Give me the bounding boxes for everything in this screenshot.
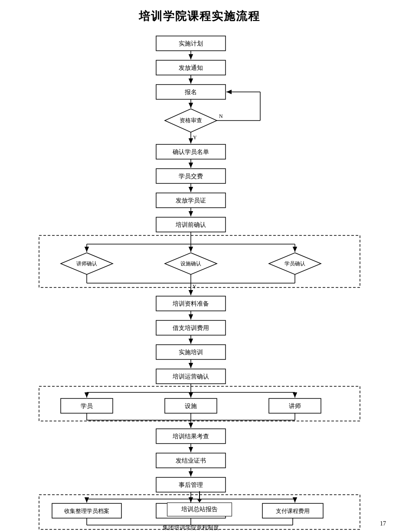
svg-text:培训资料准备: 培训资料准备 <box>172 300 209 307</box>
svg-text:培训结果考查: 培训结果考查 <box>172 433 209 440</box>
svg-text:借支培训费用: 借支培训费用 <box>173 325 209 331</box>
svg-text:Y: Y <box>193 134 197 140</box>
page-number: 17 <box>380 520 386 527</box>
svg-text:实施培训: 实施培训 <box>179 349 203 356</box>
svg-text:Y: Y <box>193 284 196 290</box>
svg-text:资格审查: 资格审查 <box>180 117 202 124</box>
svg-text:培训前确认: 培训前确认 <box>175 222 206 228</box>
svg-text:设施确认: 设施确认 <box>180 261 201 267</box>
svg-text:设施: 设施 <box>185 403 197 409</box>
svg-text:实施计划: 实施计划 <box>179 40 203 47</box>
svg-text:事后管理: 事后管理 <box>179 482 203 488</box>
svg-text:发结业证书: 发结业证书 <box>176 457 206 464</box>
svg-text:讲师: 讲师 <box>289 403 301 409</box>
page-title: 培训学院课程实施流程 <box>17 9 382 24</box>
svg-text:学员确认: 学员确认 <box>285 261 305 267</box>
svg-text:N: N <box>219 113 223 119</box>
svg-text:学员交费: 学员交费 <box>179 173 203 180</box>
svg-text:学员: 学员 <box>81 403 93 409</box>
svg-text:报名: 报名 <box>184 89 197 95</box>
svg-text:确认学员名单: 确认学员名单 <box>172 149 209 155</box>
svg-text:讲师确认: 讲师确认 <box>76 261 97 267</box>
flowchart-svg: 实施计划 发放通知 报名 资格审查 N Y 确认学员名单 <box>17 32 382 517</box>
page: 培训学院课程实施流程 实施计划 发放通知 报名 资格审查 <box>0 0 399 532</box>
step16-box: 培训总站报告 <box>167 503 232 516</box>
svg-text:培训运营确认: 培训运营确认 <box>172 373 209 380</box>
svg-text:发放学员证: 发放学员证 <box>176 197 206 204</box>
svg-text:发放通知: 发放通知 <box>179 65 203 71</box>
